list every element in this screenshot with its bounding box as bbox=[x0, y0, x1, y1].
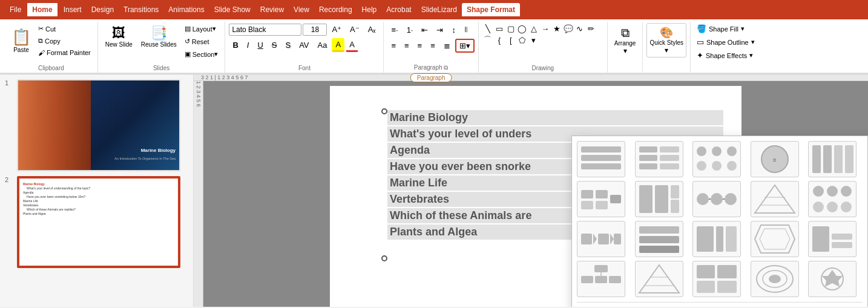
menu-slideshow[interactable]: Slide Show bbox=[209, 3, 255, 16]
slide-1-thumbnail[interactable]: Marine Biology An Introduction To Organi… bbox=[17, 79, 180, 171]
bold-button[interactable]: B bbox=[229, 39, 242, 51]
brace-icon[interactable]: { bbox=[494, 34, 505, 45]
menu-file[interactable]: File bbox=[5, 3, 26, 16]
menu-recording[interactable]: Recording bbox=[314, 3, 357, 16]
menu-shapeformat[interactable]: Shape Format bbox=[462, 3, 520, 16]
pentagon-icon[interactable]: ⬠ bbox=[517, 34, 528, 45]
smartart-flow-4[interactable] bbox=[751, 221, 799, 257]
strikethrough-button[interactable]: S bbox=[268, 39, 281, 51]
smartart-flow-5[interactable] bbox=[808, 221, 856, 257]
menu-home[interactable]: Home bbox=[26, 2, 58, 18]
format-painter-button[interactable]: 🖌 Format Painter bbox=[35, 47, 94, 58]
cut-button[interactable]: ✂ Cut bbox=[35, 23, 94, 34]
smartart-list-1[interactable] bbox=[577, 141, 625, 177]
line-icon[interactable]: ╲ bbox=[482, 23, 493, 34]
freeform-icon[interactable]: ✏ bbox=[586, 23, 597, 34]
line-spacing-button[interactable]: ≣ bbox=[440, 39, 454, 52]
smartart-flow-3[interactable] bbox=[692, 221, 741, 257]
smartart-hier-2[interactable] bbox=[635, 261, 683, 297]
callout-icon[interactable]: 💬 bbox=[563, 23, 574, 34]
selection-handle-2[interactable] bbox=[381, 255, 387, 261]
menu-bar: File Home Insert Design Transitions Anim… bbox=[0, 0, 868, 19]
font-size-input[interactable] bbox=[303, 24, 327, 36]
paste-button[interactable]: 📋 Paste bbox=[8, 23, 34, 58]
smartart-hier-3[interactable] bbox=[692, 261, 741, 297]
copy-button[interactable]: ⧉ Copy bbox=[35, 35, 94, 47]
menu-acrobat[interactable]: Acrobat bbox=[381, 3, 416, 16]
align-left-button[interactable]: ≡ bbox=[387, 39, 399, 52]
smartart-process-4[interactable] bbox=[751, 181, 799, 217]
smartart-list-3[interactable] bbox=[692, 141, 741, 177]
spacing-button[interactable]: AV bbox=[295, 39, 312, 51]
triangle-icon[interactable]: △ bbox=[528, 23, 539, 34]
case-button[interactable]: Aa bbox=[314, 39, 331, 51]
shape-outline-button[interactable]: ▭ Shape Outline ▾ bbox=[694, 36, 757, 48]
numbering-button[interactable]: 1· bbox=[403, 24, 417, 36]
layout-button[interactable]: ▤ Layout ▾ bbox=[182, 23, 222, 34]
smartart-flow-2[interactable] bbox=[635, 221, 683, 257]
smartart-hier-4[interactable] bbox=[751, 261, 799, 297]
quickstyles-button[interactable]: 🎨 Quick Styles ▾ bbox=[646, 23, 686, 57]
clear-format-button[interactable]: Aᵪ bbox=[364, 23, 380, 36]
menu-transitions[interactable]: Transitions bbox=[119, 3, 163, 16]
align-right-button[interactable]: ≡ bbox=[414, 39, 426, 52]
smartart-flow-1[interactable] bbox=[577, 221, 625, 257]
menu-review[interactable]: Review bbox=[255, 3, 289, 16]
justify-button[interactable]: ≡ bbox=[427, 39, 439, 52]
menu-design[interactable]: Design bbox=[87, 3, 119, 16]
section-button[interactable]: ▣ Section ▾ bbox=[182, 48, 222, 60]
menu-slidelizard[interactable]: SlideLizard bbox=[416, 3, 462, 16]
increase-indent-button[interactable]: ⇥ bbox=[433, 24, 447, 36]
smartart-process-2[interactable] bbox=[635, 181, 683, 217]
shadow-button[interactable]: S bbox=[281, 39, 294, 51]
reuse-slides-button[interactable]: 📑 Reuse Slides bbox=[137, 23, 180, 50]
smartart-hier-1[interactable] bbox=[577, 261, 625, 297]
smartart-list-2[interactable] bbox=[635, 141, 683, 177]
highlight-button[interactable]: A bbox=[332, 38, 344, 52]
font-name-input[interactable] bbox=[229, 24, 301, 36]
selection-handle-1[interactable] bbox=[381, 108, 387, 114]
bracket-icon[interactable]: [ bbox=[505, 34, 516, 45]
menu-insert[interactable]: Insert bbox=[59, 3, 87, 16]
underline-button[interactable]: U bbox=[254, 39, 266, 51]
menu-help[interactable]: Help bbox=[357, 3, 382, 16]
star-icon[interactable]: ★ bbox=[551, 23, 562, 34]
more-shapes-icon[interactable]: ▾ bbox=[528, 34, 539, 45]
arrow-icon[interactable]: → bbox=[540, 23, 551, 34]
smartart-process-1[interactable] bbox=[577, 181, 625, 217]
font-color-button[interactable]: A bbox=[346, 38, 358, 52]
smartart-process-3[interactable] bbox=[692, 181, 741, 217]
curve-icon[interactable]: ∿ bbox=[574, 23, 585, 34]
shrink-font-button[interactable]: A⁻ bbox=[346, 23, 363, 36]
italic-button[interactable]: I bbox=[243, 39, 253, 51]
slide-2-thumbnail[interactable]: Marine Biology What's your level of unde… bbox=[17, 176, 180, 268]
menu-view[interactable]: View bbox=[289, 3, 314, 16]
copy-icon: ⧉ bbox=[38, 37, 43, 45]
rounded-rect-icon[interactable]: ▢ bbox=[505, 23, 516, 34]
shape-effects-button[interactable]: ✦ Shape Effects ▾ bbox=[694, 50, 757, 61]
smartart-hier-5[interactable] bbox=[808, 261, 856, 297]
more-smartart-button[interactable]: ⬡ More SmartArt Graphics... bbox=[577, 302, 863, 307]
smartart-list-5[interactable] bbox=[808, 141, 856, 177]
menu-animations[interactable]: Animations bbox=[163, 3, 209, 16]
shape-fill-button[interactable]: 🪣 Shape Fill ▾ bbox=[694, 23, 757, 34]
svg-rect-69 bbox=[717, 265, 737, 278]
svg-rect-59 bbox=[832, 242, 852, 248]
spacing-para-button[interactable]: ↕ bbox=[448, 24, 459, 36]
columns-button[interactable]: ⫴ bbox=[461, 23, 472, 36]
rect-icon[interactable]: ▭ bbox=[494, 23, 505, 34]
oval-icon[interactable]: ◯ bbox=[517, 23, 528, 34]
reset-button[interactable]: ↺ Reset bbox=[182, 36, 222, 47]
bullets-button[interactable]: ≡· bbox=[387, 24, 401, 36]
grow-font-button[interactable]: A⁺ bbox=[328, 23, 345, 36]
smartart-list-4[interactable]: ≡ bbox=[751, 141, 799, 177]
align-center-button[interactable]: ≡ bbox=[401, 39, 413, 52]
new-slide-button[interactable]: 🖼 New Slide bbox=[102, 23, 136, 50]
connector-icon[interactable]: ⌒ bbox=[482, 34, 493, 45]
smartart-process-5[interactable] bbox=[808, 181, 856, 217]
arrange-button[interactable]: ⧉ Arrange ▾ bbox=[611, 23, 639, 58]
decrease-indent-button[interactable]: ⇤ bbox=[418, 24, 432, 36]
slide-canvas[interactable]: Marine Biology What's your level of unde… bbox=[203, 81, 868, 307]
paragraph-dialog-launcher[interactable]: ⧉ bbox=[444, 64, 448, 71]
convert-smartart-button[interactable]: ⊞▾ bbox=[455, 39, 475, 53]
